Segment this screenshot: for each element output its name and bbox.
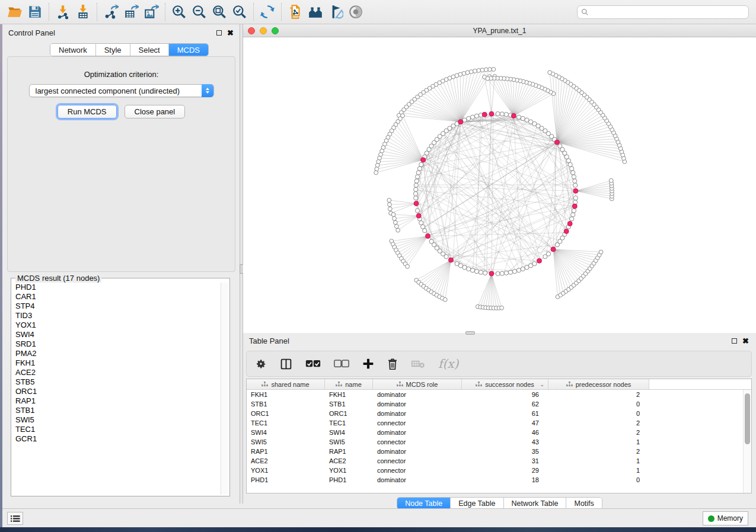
graph-node[interactable]: [391, 213, 395, 217]
graph-hub-node[interactable]: [482, 112, 487, 117]
import-table-icon[interactable]: [73, 2, 93, 22]
graph-node[interactable]: [406, 264, 410, 268]
graph-hub-node[interactable]: [458, 120, 463, 124]
graph-node[interactable]: [525, 118, 529, 122]
graph-hub-node[interactable]: [449, 258, 454, 262]
column-header[interactable]: successor nodes⌄: [462, 379, 548, 389]
graph-node[interactable]: [512, 270, 516, 274]
graph-node[interactable]: [532, 261, 537, 265]
graph-node[interactable]: [570, 217, 574, 221]
graph-node[interactable]: [423, 229, 427, 233]
graph-hub-node[interactable]: [426, 234, 430, 239]
table-settings-icon[interactable]: [255, 358, 267, 370]
graph-node[interactable]: [413, 191, 417, 196]
graph-node[interactable]: [470, 268, 474, 273]
mcds-node-item[interactable]: YOX1: [12, 321, 220, 330]
column-header[interactable]: name: [325, 379, 373, 389]
mcds-node-item[interactable]: SRD1: [12, 339, 220, 349]
task-history-button[interactable]: [7, 512, 23, 525]
mcds-node-item[interactable]: TEC1: [12, 425, 220, 434]
close-panel-button[interactable]: Close panel: [125, 105, 186, 118]
export-image-icon[interactable]: [141, 2, 161, 22]
graph-node[interactable]: [516, 115, 521, 119]
graph-hub-node[interactable]: [416, 213, 421, 218]
graph-node[interactable]: [528, 120, 532, 124]
graph-node[interactable]: [609, 178, 613, 182]
graph-node[interactable]: [414, 187, 418, 191]
graph-node[interactable]: [396, 228, 400, 232]
mcds-list-scrollbar[interactable]: [221, 283, 228, 495]
table-row[interactable]: YOX1YOX1connector291: [247, 466, 743, 475]
table-row[interactable]: SWI4SWI4dominator462: [247, 428, 743, 437]
graph-node[interactable]: [599, 250, 603, 254]
mcds-node-item[interactable]: STB1: [12, 406, 220, 415]
graph-node[interactable]: [467, 116, 471, 120]
tab-style[interactable]: Style: [96, 44, 130, 56]
graph-node[interactable]: [417, 166, 422, 171]
network-canvas[interactable]: [243, 37, 756, 332]
graph-hub-node[interactable]: [554, 140, 559, 145]
birds-eye-icon[interactable]: [305, 2, 326, 22]
column-layout-icon[interactable]: [280, 358, 292, 370]
zoom-in-icon[interactable]: [169, 2, 189, 22]
mcds-node-item[interactable]: GCR1: [12, 434, 220, 444]
graph-node[interactable]: [419, 221, 423, 225]
tab-mcds[interactable]: MCDS: [169, 44, 208, 56]
graph-node[interactable]: [467, 267, 471, 271]
table-row[interactable]: TEC1TEC1connector472: [247, 418, 743, 428]
float-table-panel-icon[interactable]: [732, 338, 737, 344]
mcds-node-item[interactable]: SWI4: [12, 330, 220, 339]
graph-node[interactable]: [558, 144, 562, 148]
table-row[interactable]: PHD1PHD1dominator180: [247, 475, 743, 485]
graph-hub-node[interactable]: [489, 111, 494, 116]
function-builder-icon[interactable]: f(x): [438, 357, 458, 371]
graph-hub-node[interactable]: [414, 201, 419, 206]
graph-node[interactable]: [479, 270, 483, 274]
hide-panels-icon[interactable]: [326, 2, 346, 22]
graph-hub-node[interactable]: [573, 188, 578, 193]
graph-node[interactable]: [414, 183, 418, 187]
graph-node[interactable]: [473, 69, 477, 73]
deselect-all-icon[interactable]: [334, 360, 349, 368]
column-header[interactable]: shared name: [247, 379, 325, 389]
select-all-icon[interactable]: [305, 360, 321, 368]
graph-node[interactable]: [393, 216, 397, 220]
graph-node[interactable]: [465, 70, 470, 75]
graph-node[interactable]: [500, 112, 504, 116]
criterion-select[interactable]: largest connected component (undirected): [29, 84, 214, 97]
horizontal-splitter-handle[interactable]: [465, 331, 475, 335]
graph-node[interactable]: [484, 68, 488, 72]
search-input[interactable]: [589, 7, 748, 18]
graph-node[interactable]: [496, 111, 500, 116]
zoom-out-icon[interactable]: [189, 2, 209, 22]
mcds-node-item[interactable]: SWI5: [12, 415, 220, 425]
graph-node[interactable]: [415, 209, 419, 213]
close-panel-icon[interactable]: ✖: [227, 30, 234, 36]
search-field[interactable]: [577, 5, 749, 19]
graph-node[interactable]: [393, 220, 397, 225]
graph-node[interactable]: [525, 265, 529, 270]
table-row[interactable]: SWI5SWI5connector431: [247, 437, 743, 447]
graph-node[interactable]: [496, 271, 500, 275]
export-network-icon[interactable]: [101, 2, 121, 22]
graph-node[interactable]: [492, 68, 496, 72]
graph-node[interactable]: [488, 68, 492, 72]
graph-hub-node[interactable]: [537, 258, 542, 263]
graph-hub-node[interactable]: [567, 222, 572, 226]
graph-hub-node[interactable]: [572, 204, 577, 209]
mcds-node-item[interactable]: STB5: [12, 377, 220, 387]
mcds-node-item[interactable]: STP4: [12, 302, 220, 311]
graph-hub-node[interactable]: [564, 229, 569, 233]
graph-node[interactable]: [483, 271, 487, 275]
run-mcds-button[interactable]: Run MCDS: [58, 105, 117, 118]
graph-node[interactable]: [521, 116, 525, 120]
graph-hub-node[interactable]: [489, 271, 494, 276]
graph-node[interactable]: [374, 171, 378, 175]
graph-node[interactable]: [470, 115, 474, 119]
graph-node[interactable]: [388, 207, 392, 211]
open-file-icon[interactable]: [5, 2, 25, 22]
graph-node[interactable]: [570, 166, 574, 171]
table-row[interactable]: FKH1FKH1dominator962: [247, 390, 743, 399]
mcds-result-list[interactable]: PHD1CAR1STP4TID3YOX1SWI4SRD1PMA2FKH1ACE2…: [12, 283, 220, 495]
mcds-node-item[interactable]: RAP1: [12, 396, 220, 406]
